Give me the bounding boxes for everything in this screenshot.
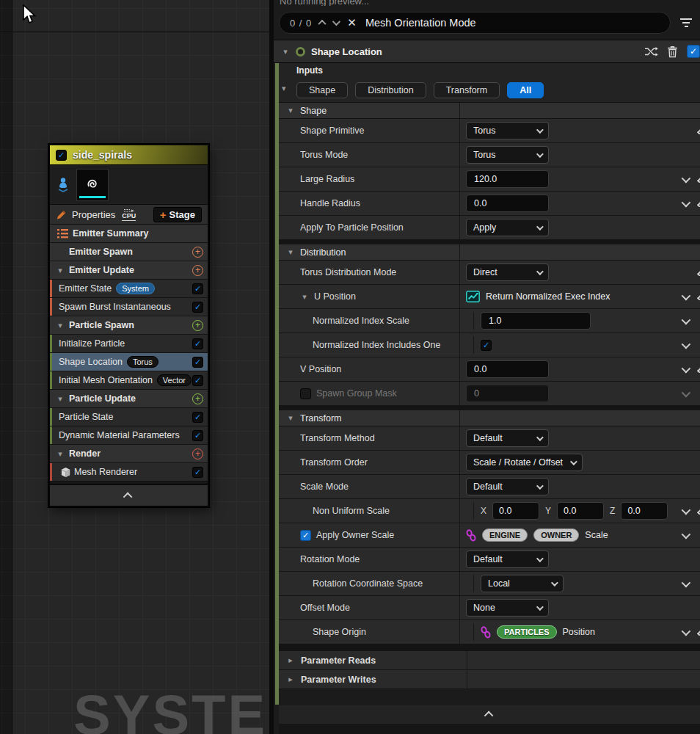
- module-enabled-checkbox[interactable]: ✓: [192, 467, 203, 478]
- section-header-transform[interactable]: ▾Transform: [279, 410, 700, 426]
- module-enabled-checkbox[interactable]: ✓: [687, 45, 700, 58]
- collapse-arrow-icon[interactable]: ▾: [300, 292, 309, 302]
- chevron-down-icon[interactable]: [682, 291, 691, 300]
- add-module-icon[interactable]: +: [192, 247, 203, 258]
- add-module-icon[interactable]: +: [192, 448, 203, 459]
- collapse-arrow-icon[interactable]: ▾: [56, 394, 65, 404]
- axis-input-z[interactable]: 0.0: [621, 502, 668, 520]
- localspace-icon[interactable]: [57, 177, 69, 193]
- value-input[interactable]: 0.0: [466, 195, 549, 212]
- refresh-shuffle-icon[interactable]: [644, 46, 658, 57]
- checkbox-checked[interactable]: ✓: [300, 530, 311, 541]
- stack-item-emitter-summary[interactable]: Emitter Summary: [50, 225, 208, 243]
- module-enabled-checkbox[interactable]: ✓: [192, 357, 203, 368]
- add-module-icon[interactable]: +: [192, 393, 203, 404]
- stack-group-emitter-update[interactable]: ▾Emitter Update+: [50, 261, 208, 280]
- filter-funnel-icon[interactable]: [678, 18, 694, 27]
- filter-button-all[interactable]: All: [507, 82, 544, 98]
- module-enabled-checkbox[interactable]: ✓: [192, 375, 203, 386]
- collapse-arrow-icon[interactable]: ▾: [286, 247, 295, 257]
- search-prev-icon[interactable]: [318, 20, 327, 28]
- dropdown-scale-mode[interactable]: Default: [466, 478, 549, 495]
- emitter-properties-row[interactable]: Properties CPU + Stage: [50, 205, 208, 225]
- value-input[interactable]: 0.0: [466, 360, 549, 378]
- dropdown-apply-to-particle-position[interactable]: Apply: [466, 219, 549, 236]
- value-input[interactable]: 1.0: [481, 312, 591, 330]
- checkbox-unchecked[interactable]: [300, 388, 311, 399]
- stack-module-particle-state[interactable]: Particle State✓: [50, 408, 208, 426]
- dropdown-rotation-coordinate-space[interactable]: Local: [481, 575, 564, 592]
- search-next-icon[interactable]: [332, 18, 340, 26]
- value-input[interactable]: 120.0: [466, 170, 549, 188]
- stack-module-initialize-particle[interactable]: Initialize Particle✓: [50, 335, 208, 353]
- module-enabled-checkbox[interactable]: ✓: [192, 338, 203, 349]
- chevron-down-icon[interactable]: [682, 363, 691, 373]
- namespace-badge-engine[interactable]: ENGINE: [482, 528, 528, 542]
- module-header[interactable]: ▾ Shape Location ✓: [274, 40, 700, 63]
- collapsed-section-parameter-reads[interactable]: ▸Parameter Reads: [279, 651, 700, 670]
- dropdown-torus-mode[interactable]: Torus: [466, 146, 549, 164]
- search-bar[interactable]: 0 / 0 ✕ Mesh Orientation Mode: [279, 12, 671, 34]
- linked-parameter-name[interactable]: Scale: [585, 530, 608, 540]
- expand-arrow-icon[interactable]: ▸: [286, 655, 295, 665]
- module-collapse-arrow-icon[interactable]: ▾: [281, 47, 290, 57]
- collapse-arrow-icon[interactable]: ▾: [56, 321, 65, 330]
- add-stage-button[interactable]: + Stage: [153, 207, 202, 222]
- expand-arrow-icon[interactable]: ▸: [286, 675, 295, 684]
- section-header-shape[interactable]: ▾Shape: [279, 103, 700, 119]
- module-enabled-checkbox[interactable]: ✓: [192, 283, 203, 294]
- checkbox-checked[interactable]: ✓: [481, 340, 492, 351]
- collapsed-section-parameter-writes[interactable]: ▸Parameter Writes: [279, 670, 700, 689]
- stack-group-particle-update[interactable]: ▾Particle Update+: [50, 390, 208, 408]
- chevron-down-icon[interactable]: [682, 529, 691, 539]
- dynamic-input-value[interactable]: Return Normalized Exec Index: [486, 291, 610, 302]
- chevron-down-icon[interactable]: [682, 173, 691, 183]
- section-header-distribution[interactable]: ▾Distribution: [279, 244, 700, 261]
- stack-module-spawn-burst-instantaneous[interactable]: Spawn Burst Instantaneous✓: [50, 298, 208, 316]
- collapse-arrow-icon[interactable]: ▾: [56, 449, 65, 459]
- chevron-down-icon[interactable]: [682, 197, 691, 207]
- emitter-node[interactable]: ✓ side_spirals Properties CP: [48, 144, 209, 507]
- stack-module-initial-mesh-orientation[interactable]: Initial Mesh OrientationVector✓: [50, 371, 208, 390]
- chevron-down-icon[interactable]: [682, 626, 691, 636]
- chevron-down-icon[interactable]: [682, 388, 691, 397]
- emitter-thumbnail[interactable]: [76, 169, 109, 201]
- delete-trash-icon[interactable]: [667, 46, 678, 58]
- axis-input-y[interactable]: 0.0: [557, 502, 604, 520]
- dropdown-shape-primitive[interactable]: Torus: [466, 122, 549, 139]
- emitter-node-header[interactable]: ✓ side_spirals: [50, 145, 208, 165]
- inputs-collapse-arrow-icon[interactable]: ▾: [282, 84, 286, 93]
- link-chain-icon[interactable]: [481, 626, 491, 639]
- dropdown-transform-method[interactable]: Default: [466, 429, 549, 447]
- stack-module-emitter-state[interactable]: Emitter StateSystem✓: [50, 280, 208, 298]
- filter-button-shape[interactable]: Shape: [296, 82, 348, 98]
- collapse-arrow-icon[interactable]: ▾: [286, 106, 295, 115]
- add-module-icon[interactable]: +: [192, 320, 203, 331]
- emitter-enabled-checkbox[interactable]: ✓: [56, 150, 67, 161]
- chevron-down-icon[interactable]: [682, 339, 691, 349]
- dropdown-offset-mode[interactable]: None: [466, 599, 549, 617]
- stack-group-particle-spawn[interactable]: ▾Particle Spawn+: [50, 316, 208, 335]
- search-query-text[interactable]: Mesh Orientation Mode: [365, 17, 476, 29]
- system-overview-graph[interactable]: SYSTEM ✓ side_spirals: [0, 0, 269, 734]
- namespace-badge-owner[interactable]: OWNER: [533, 528, 579, 542]
- stack-group-render[interactable]: ▾Render+: [50, 445, 208, 463]
- details-collapse-footer[interactable]: [279, 705, 700, 724]
- stack-group-emitter-spawn[interactable]: Emitter Spawn+: [50, 243, 208, 261]
- emitter-collapse-footer[interactable]: [50, 484, 208, 506]
- stack-module-dynamic-material-parameters[interactable]: Dynamic Material Parameters✓: [50, 426, 208, 445]
- stack-module-mesh-renderer[interactable]: Mesh Renderer✓: [50, 463, 208, 482]
- chevron-down-icon[interactable]: [682, 505, 691, 515]
- filter-button-distribution[interactable]: Distribution: [355, 82, 426, 98]
- module-enabled-checkbox[interactable]: ✓: [192, 412, 203, 423]
- add-module-icon[interactable]: +: [192, 265, 203, 276]
- dropdown-torus-distribution-mode[interactable]: Direct: [466, 264, 549, 281]
- filter-button-transform[interactable]: Transform: [434, 82, 500, 98]
- collapse-arrow-icon[interactable]: ▾: [56, 266, 65, 275]
- stack-module-shape-location[interactable]: Shape LocationTorus✓: [50, 353, 208, 371]
- link-chain-icon[interactable]: [466, 529, 476, 542]
- search-clear-icon[interactable]: ✕: [347, 16, 357, 29]
- dropdown-transform-order[interactable]: Scale / Rotate / Offset: [466, 454, 583, 471]
- module-enabled-checkbox[interactable]: ✓: [192, 302, 203, 313]
- module-enabled-checkbox[interactable]: ✓: [192, 430, 203, 441]
